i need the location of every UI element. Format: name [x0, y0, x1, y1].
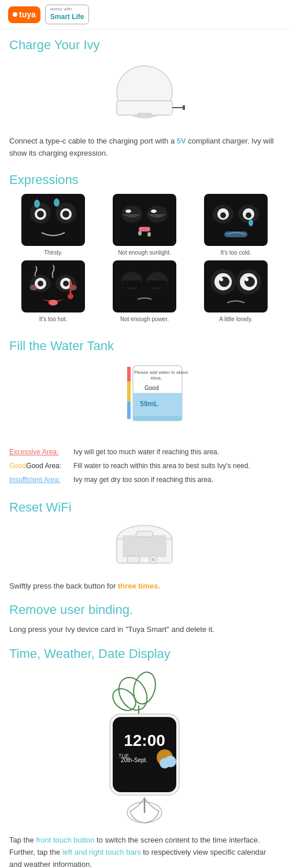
expr-label-5: A little lonely.: [219, 315, 253, 323]
excessive-text: Ivy will get too much water if reaching …: [73, 447, 219, 457]
svg-rect-66: [127, 556, 140, 563]
good-text: Fill water to reach within this area to …: [73, 461, 250, 471]
svg-point-8: [54, 198, 60, 207]
reset-image-area: [9, 523, 280, 575]
svg-rect-65: [136, 531, 153, 537]
reset-desc-post: .: [158, 582, 160, 590]
expression-power: Not enough power.: [101, 260, 188, 323]
svg-rect-51: [127, 367, 131, 381]
time-desc-pre: Tap the: [9, 836, 36, 844]
expression-sunlight: Not enough sunlight.: [101, 194, 188, 257]
face-cold: [204, 194, 268, 246]
svg-rect-3: [183, 105, 185, 110]
svg-rect-4: [138, 113, 151, 116]
good-label: GoodGood Area:: [9, 461, 70, 471]
remove-user-description: Long press your Ivy device card in "Tuya…: [9, 624, 280, 636]
front-touch-highlight: front touch button: [36, 836, 94, 844]
svg-rect-17: [139, 227, 150, 231]
svg-point-49: [220, 278, 223, 281]
svg-rect-53: [127, 402, 131, 419]
water-tank-svg: Good Please add water to about 40mL 59mL: [92, 361, 197, 442]
svg-rect-57: [133, 416, 182, 421]
tuya-label: tuya: [19, 9, 36, 21]
expressions-title: Expressions: [9, 170, 280, 189]
excessive-label: Excessive Area:: [9, 447, 70, 457]
time-weather-title: Time, Weather, Date Display: [9, 644, 280, 663]
svg-point-7: [34, 200, 40, 208]
svg-point-11: [37, 211, 44, 218]
svg-point-26: [249, 219, 253, 226]
reset-description: Swiftly press the back button for three …: [9, 580, 280, 593]
expr-label-2: It's too cold.: [220, 248, 251, 257]
svg-point-50: [245, 278, 249, 281]
reset-wifi-title: Reset WiFi: [9, 498, 280, 517]
svg-point-25: [246, 212, 251, 218]
svg-point-18: [138, 231, 142, 236]
svg-point-68: [151, 558, 155, 561]
time-weather-section: Time, Weather, Date Display 12:00 TUE 20…: [0, 641, 289, 868]
svg-point-33: [63, 281, 69, 286]
svg-text:59mL: 59mL: [140, 400, 158, 408]
reset-wifi-section: Reset WiFi Swiftly press the back button…: [0, 494, 289, 597]
time-weather-illustration: 12:00 TUE 20th-Sept.: [81, 668, 208, 830]
insufficient-text: Ivy may get dry too soon if reaching thi…: [73, 475, 213, 485]
svg-point-36: [49, 300, 58, 306]
reset-device-illustration: [104, 523, 185, 575]
touch-bars-highlight: left and right touch bars: [62, 848, 141, 856]
svg-point-38: [68, 293, 73, 299]
svg-rect-52: [127, 381, 131, 402]
water-tank-section: Fill the Water Tank Good Please add wate…: [0, 333, 289, 494]
expression-lonely: A little lonely.: [192, 260, 280, 323]
svg-text:Please add water to about: Please add water to about: [134, 370, 188, 375]
insufficient-label: Insufficient Area:: [9, 475, 70, 485]
expr-label-0: Thirsty.: [44, 248, 62, 257]
smart-life-badge: works with Smart Life: [45, 5, 90, 24]
face-thirsty: [21, 194, 85, 246]
area-legend: Excessive Area: Ivy will get too much wa…: [9, 447, 280, 485]
remove-user-section: Remove user binding. Long press your Ivy…: [0, 597, 289, 641]
expr-label-4: Not enough power.: [120, 315, 169, 323]
reset-desc-pre: Swiftly press the back button for: [9, 582, 118, 590]
svg-point-34: [29, 285, 38, 290]
legend-insufficient: Insufficient Area: Ivy may get dry too s…: [9, 475, 280, 485]
svg-point-16: [151, 209, 157, 213]
svg-point-19: [147, 232, 151, 237]
svg-rect-27: [224, 231, 247, 237]
svg-point-80: [160, 758, 170, 768]
smart-life-label: Smart Life: [50, 12, 84, 22]
expr-label-1: Not enough sunlight.: [118, 248, 171, 257]
charge-image-area: [9, 60, 280, 130]
svg-point-12: [62, 211, 69, 218]
expression-cold: It's too cold.: [192, 194, 280, 257]
svg-point-24: [220, 212, 226, 218]
expression-hot: It's too hot.: [9, 260, 97, 323]
legend-good: GoodGood Area: Fill water to reach withi…: [9, 461, 280, 471]
expr-label-3: It's too hot.: [39, 315, 68, 323]
legend-excessive: Excessive Area: Ivy will get too much wa…: [9, 447, 280, 457]
svg-rect-1: [117, 101, 172, 115]
svg-point-15: [125, 209, 131, 213]
charge-section: Charge Your Ivy Connect a type-c cable t…: [0, 30, 289, 164]
charge-highlight-5v: 5V: [177, 137, 186, 145]
svg-rect-41: [123, 281, 141, 288]
face-hot: [21, 260, 85, 312]
works-with-label: works with: [50, 7, 72, 12]
svg-point-32: [38, 281, 43, 286]
charge-title: Charge Your Ivy: [9, 35, 280, 54]
reset-highlight: three times: [118, 582, 158, 590]
header: tuya works with Smart Life: [0, 0, 289, 30]
svg-text:40mL: 40mL: [150, 376, 162, 381]
expression-thirsty: Thirsty.: [9, 194, 97, 257]
time-image-area: 12:00 TUE 20th-Sept.: [9, 668, 280, 830]
water-tank-diagram: Good Please add water to about 40mL 59mL: [9, 361, 280, 442]
svg-text:Good: Good: [144, 385, 158, 391]
tuya-logo: tuya: [8, 6, 40, 23]
remove-user-title: Remove user binding.: [9, 600, 280, 619]
svg-rect-64: [123, 535, 166, 557]
tuya-dot: [13, 12, 17, 17]
charge-device-illustration: [104, 60, 185, 130]
expressions-grid: Thirsty.: [9, 194, 280, 323]
face-lonely: [204, 260, 268, 312]
charge-desc-pre: Connect a type-c cable to the charging p…: [9, 137, 177, 145]
charge-description: Connect a type-c cable to the charging p…: [9, 135, 280, 160]
